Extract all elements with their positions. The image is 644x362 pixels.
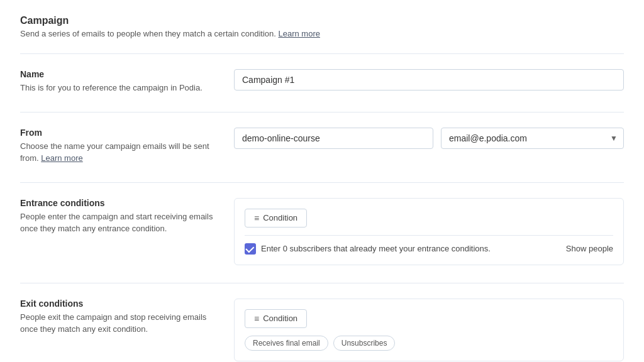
name-section: Name This is for you to reference the ca…: [20, 69, 624, 94]
entrance-checkbox[interactable]: [245, 243, 256, 255]
from-section: From Choose the name your campaign email…: [20, 128, 624, 165]
from-email-wrapper: email@e.podia.com ▼: [441, 128, 624, 149]
from-name-input[interactable]: [234, 128, 433, 149]
entrance-section: Entrance conditions People enter the cam…: [20, 198, 624, 265]
entrance-notice-text: Enter 0 subscribers that already meet yo…: [261, 244, 491, 253]
condition-lines-icon: ≡: [254, 213, 259, 223]
name-section-left: Name This is for you to reference the ca…: [20, 69, 234, 94]
tag-unsubscribes[interactable]: Unsubscribes: [333, 336, 396, 351]
from-label: From: [20, 128, 214, 138]
divider-entrance: [20, 283, 624, 283]
name-label: Name: [20, 69, 214, 79]
entrance-notice-left: Enter 0 subscribers that already meet yo…: [245, 243, 491, 255]
exit-section-right: ≡ Condition Receives final email Unsubsc…: [234, 299, 624, 361]
exit-condition-button[interactable]: ≡ Condition: [245, 309, 307, 328]
name-description: This is for you to reference the campaig…: [20, 82, 214, 94]
from-section-right: email@e.podia.com ▼: [234, 128, 624, 149]
from-section-left: From Choose the name your campaign email…: [20, 128, 234, 165]
tag-receives-final-email[interactable]: Receives final email: [245, 336, 328, 351]
divider-name: [20, 112, 624, 112]
exit-section: Exit conditions People exit the campaign…: [20, 299, 624, 361]
entrance-condition-button[interactable]: ≡ Condition: [245, 209, 307, 228]
exit-label: Exit conditions: [20, 299, 214, 309]
page-title: Campaign: [20, 15, 624, 26]
exit-description: People exit the campaign and stop receiv…: [20, 311, 214, 336]
exit-condition-box: ≡ Condition Receives final email Unsubsc…: [234, 299, 624, 361]
name-section-right: [234, 69, 624, 90]
from-email-select[interactable]: email@e.podia.com: [441, 128, 624, 149]
exit-tags-row: Receives final email Unsubscribes: [245, 336, 613, 351]
page-subtitle: Send a series of emails to people when t…: [20, 29, 624, 38]
entrance-notice: Enter 0 subscribers that already meet yo…: [245, 235, 613, 255]
entrance-condition-label: Condition: [263, 213, 297, 222]
campaign-name-input[interactable]: [234, 69, 624, 90]
from-description: Choose the name your campaign emails wil…: [20, 140, 214, 165]
show-people-link[interactable]: Show people: [566, 244, 613, 253]
divider-top: [20, 53, 624, 54]
divider-from: [20, 182, 624, 183]
entrance-section-right: ≡ Condition Enter 0 subscribers that alr…: [234, 198, 624, 265]
learn-more-link-header[interactable]: Learn more: [278, 29, 319, 38]
exit-condition-lines-icon: ≡: [254, 314, 259, 324]
entrance-label: Entrance conditions: [20, 198, 214, 208]
entrance-condition-box: ≡ Condition Enter 0 subscribers that alr…: [234, 198, 624, 265]
from-row: email@e.podia.com ▼: [234, 128, 624, 149]
entrance-section-left: Entrance conditions People enter the cam…: [20, 198, 234, 235]
exit-condition-label: Condition: [263, 314, 297, 323]
exit-section-left: Exit conditions People exit the campaign…: [20, 299, 234, 336]
entrance-description: People enter the campaign and start rece…: [20, 211, 214, 235]
learn-more-link-from[interactable]: Learn more: [41, 153, 82, 163]
